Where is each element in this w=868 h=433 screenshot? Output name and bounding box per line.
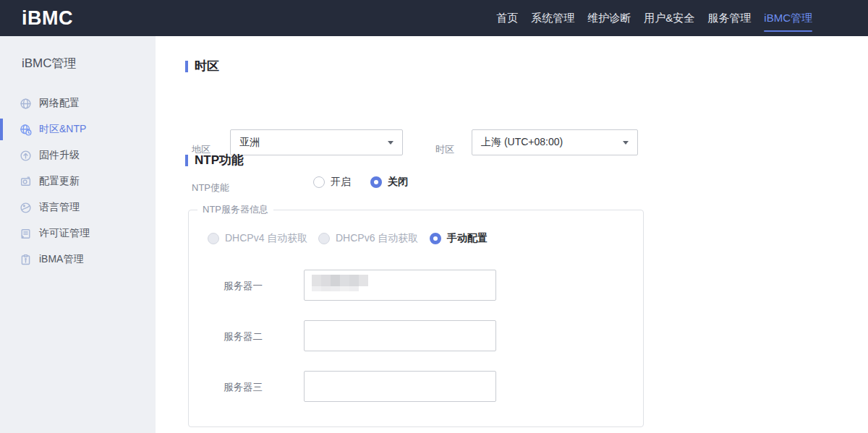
ibmc-logo: iBMC	[22, 7, 73, 30]
main-content: 时区 地区 亚洲 时区 上海 (UTC+08:00) NTP功能 NTP使能 开…	[156, 36, 868, 433]
radio-circle-icon	[430, 233, 441, 244]
sidebar-item-license-management[interactable]: 许可证管理	[0, 220, 156, 246]
top-navigation: 首页 系统管理 维护诊断 用户&安全 服务管理 iBMC管理	[495, 0, 813, 36]
radio-label: DHCPv4 自动获取	[225, 232, 307, 245]
sidebar-item-label: 语言管理	[39, 201, 80, 214]
sidebar-item-label: 固件升级	[39, 149, 80, 162]
network-globe-icon	[20, 98, 32, 110]
chevron-down-icon	[623, 141, 629, 145]
sidebar-item-ibma-management[interactable]: iBMA管理	[0, 246, 156, 273]
server-two-input[interactable]	[304, 320, 496, 351]
nav-service-management[interactable]: 服务管理	[707, 0, 752, 36]
sidebar-menu: 网络配置 时区&NTP 固件升级 配置更新 语言管理	[0, 90, 156, 273]
radio-label: 开启	[331, 176, 351, 189]
section-title-text: 时区	[195, 58, 219, 74]
server-three-input[interactable]	[304, 371, 496, 402]
nav-home[interactable]: 首页	[495, 0, 519, 36]
license-doc-icon	[20, 228, 32, 240]
chevron-down-icon	[388, 141, 393, 145]
timezone-label: 时区	[435, 143, 454, 156]
nav-user-security[interactable]: 用户&安全	[643, 0, 695, 36]
sidebar-item-label: 许可证管理	[39, 227, 90, 240]
sidebar-item-network-config[interactable]: 网络配置	[0, 90, 156, 116]
config-update-icon	[20, 176, 32, 188]
timezone-section-title: 时区	[185, 58, 219, 74]
dhcpv4-auto-radio: DHCPv4 自动获取	[208, 232, 307, 245]
manual-config-radio[interactable]: 手动配置	[430, 232, 488, 245]
sidebar-item-label: iBMA管理	[39, 253, 83, 266]
radio-label: DHCPv6 自动获取	[336, 232, 418, 245]
radio-circle-icon	[313, 176, 325, 188]
sidebar-title: iBMC管理	[0, 36, 156, 72]
sidebar-item-label: 配置更新	[39, 175, 80, 188]
server-two-label: 服务器二	[224, 330, 263, 343]
section-title-text: NTP功能	[195, 152, 244, 168]
nav-ibmc-management[interactable]: iBMC管理	[763, 0, 813, 36]
nav-system-management[interactable]: 系统管理	[530, 0, 575, 36]
ntp-server-group: NTP服务器信息 DHCPv4 自动获取 DHCPv6 自动获取 手动配置 服务…	[188, 203, 644, 427]
server-three-label: 服务器三	[224, 381, 263, 394]
radio-circle-icon	[370, 176, 382, 188]
region-select-value: 亚洲	[239, 136, 260, 149]
sidebar-item-label: 时区&NTP	[39, 123, 86, 136]
radio-circle-icon	[208, 233, 219, 244]
server-one-label: 服务器一	[224, 280, 263, 293]
ntp-enable-off-radio[interactable]: 关闭	[370, 176, 408, 189]
timezone-select-value: 上海 (UTC+08:00)	[481, 136, 563, 149]
nav-maintenance-diagnostics[interactable]: 维护诊断	[587, 0, 631, 36]
ibma-clipboard-icon	[20, 254, 32, 266]
top-header: iBMC 首页 系统管理 维护诊断 用户&安全 服务管理 iBMC管理	[0, 0, 868, 36]
radio-label: 关闭	[388, 176, 408, 189]
sidebar-item-label: 网络配置	[39, 97, 80, 110]
section-accent-bar	[185, 155, 188, 166]
region-select[interactable]: 亚洲	[230, 129, 403, 155]
dhcpv6-auto-radio: DHCPv6 自动获取	[318, 232, 418, 245]
sidebar-item-language-management[interactable]: 语言管理	[0, 194, 156, 220]
language-globe-icon	[20, 202, 32, 214]
ntp-enable-on-radio[interactable]: 开启	[313, 176, 351, 189]
sidebar: iBMC管理 网络配置 时区&NTP 固件升级 配置更新	[0, 36, 156, 433]
sidebar-item-timezone-ntp[interactable]: 时区&NTP	[0, 116, 156, 142]
ntp-enable-label: NTP使能	[192, 181, 229, 194]
sidebar-item-firmware-upgrade[interactable]: 固件升级	[0, 142, 156, 168]
redacted-value-mosaic	[312, 275, 370, 291]
section-accent-bar	[185, 61, 188, 72]
timezone-select[interactable]: 上海 (UTC+08:00)	[472, 129, 638, 155]
radio-circle-icon	[318, 233, 330, 244]
sidebar-item-config-update[interactable]: 配置更新	[0, 168, 156, 194]
timezone-clock-icon	[20, 124, 32, 136]
firmware-upgrade-icon	[20, 150, 32, 162]
ntp-server-group-legend: NTP服务器信息	[197, 203, 273, 216]
radio-label: 手动配置	[447, 232, 488, 245]
ntp-section-title: NTP功能	[185, 152, 244, 168]
